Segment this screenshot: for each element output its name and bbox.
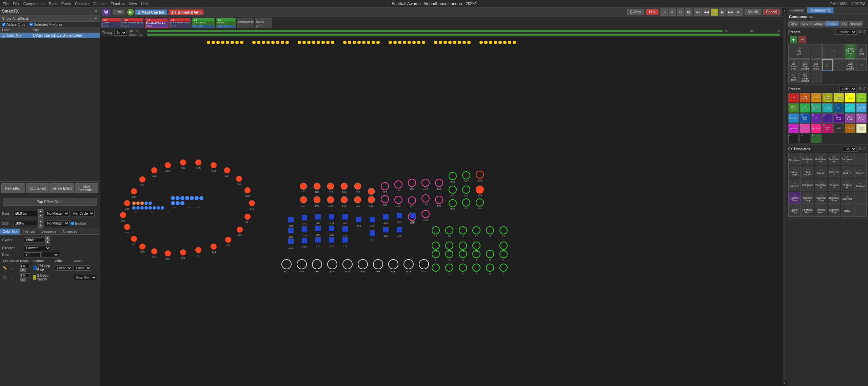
fixture-503a[interactable]: [476, 171, 484, 178]
fixture-321[interactable]: [195, 247, 201, 253]
active-only-check[interactable]: Active Only: [2, 22, 25, 26]
fixture-216[interactable]: [342, 237, 348, 243]
fx-cell-527[interactable]: 527Tilt Wave S: [828, 179, 840, 191]
w-logo[interactable]: W: [102, 9, 110, 16]
menu-view[interactable]: View: [129, 2, 137, 6]
color-cell-20[interactable]: 20 Med Purple: [845, 113, 855, 123]
color-cell-8[interactable]: 8 Moss Green: [788, 103, 799, 113]
cue-list-name[interactable]: 1:Main Cue list: [135, 9, 167, 15]
fixture-328[interactable]: [120, 212, 126, 218]
preset-ws-stage[interactable]: 173 WS Stage Spread: [800, 59, 810, 71]
edit-icon-2[interactable]: ⬛: [3, 275, 7, 279]
fast-forward-button[interactable]: ▶▶: [727, 8, 734, 16]
preset-ws-room[interactable]: 172 WS Room Scan: [788, 59, 799, 71]
zoom-icon[interactable]: ⊠: [685, 8, 692, 16]
fix-19[interactable]: [486, 227, 494, 234]
rate-x-input[interactable]: [24, 252, 41, 257]
fx-cell-empty[interactable]: Vertical Wave: [815, 205, 827, 217]
color-cell-16[interactable]: 16 Deep Blue: [800, 113, 810, 123]
fixture-501a[interactable]: [449, 172, 456, 180]
color-cell-1[interactable]: 1 Red: [788, 93, 799, 102]
menu-chooser[interactable]: Chooser: [93, 2, 107, 6]
cue-item-1.5[interactable]: 1.5 Dinner HALT: [101, 18, 122, 28]
fixture-322[interactable]: [180, 249, 186, 255]
fixture-406[interactable]: [397, 227, 402, 232]
fx-cell-522[interactable]: 522Circle S: [841, 166, 853, 178]
rate-x-unit[interactable]: [42, 252, 59, 258]
split-view-icon[interactable]: ⊟: [677, 8, 684, 16]
preset-tricks[interactable]: 181 Tricks 45/45: [788, 72, 799, 83]
fix-602[interactable]: [297, 259, 307, 269]
fix-b6b[interactable]: [500, 264, 507, 271]
preset-175[interactable]: 175: [822, 44, 844, 59]
timing-select[interactable]: 7s: [114, 30, 127, 36]
extract-button[interactable]: Extract: [849, 21, 863, 26]
tab-features[interactable]: Features: [787, 7, 807, 13]
skip-back-button[interactable]: ⏮: [694, 8, 702, 16]
size-up[interactable]: ▲: [38, 219, 43, 224]
color-cell-9[interactable]: 9 Hosti Green: [800, 103, 810, 113]
qp2-button[interactable]: QP2: [800, 21, 811, 26]
delete-effect-button[interactable]: Delete Effect: [50, 183, 74, 193]
fixture-211[interactable]: [342, 226, 348, 232]
prev-button[interactable]: ◀◀: [703, 8, 710, 16]
fixture-110[interactable]: [341, 196, 348, 203]
fixture-102[interactable]: [314, 183, 320, 190]
fx-cell-empty[interactable]: [854, 205, 867, 217]
save-template-button[interactable]: Save Template...: [75, 183, 98, 193]
fixture-133[interactable]: [408, 179, 416, 187]
value-select-1[interactable]: Linear: [55, 265, 72, 271]
fix-606[interactable]: [358, 259, 368, 269]
fix-17[interactable]: [473, 227, 480, 234]
edit-icon-1[interactable]: ✏️: [3, 266, 7, 270]
color-cell-3[interactable]: 3 Amber: [811, 93, 822, 102]
preset-empty2[interactable]: [833, 59, 844, 71]
cycles-input[interactable]: [24, 237, 44, 243]
fixture-344[interactable]: [211, 244, 217, 250]
fixture-109[interactable]: [327, 196, 334, 203]
fixture-135[interactable]: [435, 179, 443, 187]
cancel-button[interactable]: Cancel: [763, 9, 780, 15]
fixture-202[interactable]: [302, 215, 307, 220]
color-cell-11[interactable]: 11 Aqua: [822, 103, 833, 113]
menu-file[interactable]: File: [3, 2, 9, 6]
tap-effect-rate-button[interactable]: Tap Effect Rate: [3, 198, 97, 206]
fixture-208[interactable]: [302, 226, 307, 232]
fx-cell-503[interactable]: 503Rnd Wave M: [815, 153, 827, 165]
fixture-336[interactable]: [211, 162, 217, 168]
fixture-342[interactable]: [237, 227, 243, 233]
fx-cell-525[interactable]: 525Pan Wave S: [802, 179, 814, 191]
preset-183[interactable]: 183: [811, 72, 822, 83]
fix-16[interactable]: [459, 227, 467, 234]
size-master-select[interactable]: No Master: [45, 220, 70, 226]
fx-expand-btn[interactable]: ⊞: [863, 147, 867, 151]
q-view-button[interactable]: Q-View: [627, 9, 644, 15]
plus-button[interactable]: +: [790, 36, 797, 43]
fixture-401b[interactable]: [370, 230, 375, 236]
link-button[interactable]: Link: [646, 9, 658, 15]
size-down[interactable]: ▼: [38, 224, 43, 228]
minus-button[interactable]: −: [798, 36, 806, 43]
fixture-214[interactable]: [315, 237, 321, 243]
fixture-403[interactable]: [397, 213, 402, 218]
fixture-213[interactable]: [302, 238, 307, 243]
fixture-209[interactable]: [315, 226, 321, 231]
color-cell-x[interactable]: x NCB: [833, 123, 844, 133]
fixture-502b[interactable]: [449, 199, 456, 207]
fx-cell-524[interactable]: 524Circle F: [788, 179, 801, 191]
fix-b5b[interactable]: [486, 264, 494, 271]
enabled-check[interactable]: Enabled: [71, 222, 86, 225]
tab-color-mix[interactable]: Color Mix: [0, 229, 20, 234]
menu-edit[interactable]: Edit: [13, 2, 19, 6]
color-cell-2[interactable]: 2 Deep Orange: [800, 93, 810, 102]
color-cell-17[interactable]: 17 UV ✓: [811, 113, 822, 123]
fixture-107[interactable]: [300, 196, 307, 203]
fx-cell-505[interactable]: 505Rnd Wave F: [841, 153, 853, 165]
fixture-206[interactable]: [356, 217, 361, 222]
cue-item-1.9b[interactable]: 1.9 Dinner is FOLLOW +0s: [216, 18, 236, 28]
fixture-105[interactable]: [354, 183, 361, 190]
fixture-401[interactable]: [370, 217, 375, 222]
fixture-334[interactable]: [180, 159, 186, 166]
fixture-402[interactable]: [383, 214, 389, 219]
fixture-339[interactable]: [244, 187, 251, 193]
